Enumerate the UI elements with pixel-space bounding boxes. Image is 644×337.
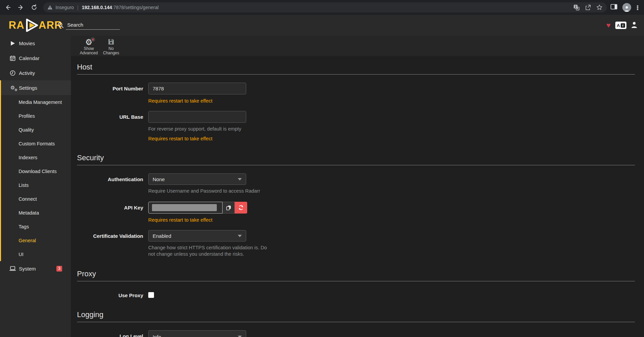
sidebar-item-custom-formats[interactable]: Custom Formats [1,137,71,150]
not-secure-icon[interactable] [47,5,53,10]
url-base-row: URL Base For reverse proxy support, defa… [77,111,635,141]
donate-heart-icon[interactable]: ♥ [607,21,611,29]
settings-nav-group: ⚙⚙ Settings Media Management Profiles Qu… [0,80,71,261]
chevron-down-icon [238,336,242,337]
sidebar-item-media-management[interactable]: Media Management [1,95,71,109]
api-key-label: API Key [77,202,143,210]
show-advanced-button[interactable]: ⚙ ✕ Show Advanced [78,37,100,55]
section-security: Security Authentication None Require Use… [77,153,635,257]
sidebar-item-lists[interactable]: Lists [1,178,71,192]
host-section-title: Host [77,63,635,75]
section-logging: Logging Log Level Info [77,310,635,337]
address-bar[interactable]: Inseguro | 192.168.0.144:7878/settings/g… [43,2,607,12]
certificate-validation-row: Certificate Validation Enabled Change ho… [77,230,635,257]
url-base-label: URL Base [77,111,143,120]
sidebar-item-download-clients[interactable]: Download Clients [1,164,71,178]
url-host: 192.168.0.144 [82,5,112,10]
api-key-row: API Key Requires restart to take eff [77,202,635,223]
port-number-input[interactable] [148,83,246,94]
sidebar: Movies Calendar Activity ⚙⚙ Settings Med… [0,36,71,337]
app-header: RA ARR ♥ A z [0,15,644,36]
radarr-play-icon [24,18,39,33]
gears-icon: ⚙⚙ [9,85,16,91]
share-icon[interactable] [585,4,591,11]
port-number-row: Port Number Requires restart to take eff… [77,83,635,104]
api-key-redacted-value [152,204,217,211]
translate-widget-icon[interactable]: A z [615,22,626,29]
search-input[interactable] [66,21,120,30]
sidebar-item-quality[interactable]: Quality [1,123,71,137]
sidebar-item-indexers[interactable]: Indexers [1,150,71,164]
search-icon [57,22,64,30]
authentication-row: Authentication None Require Username and… [77,173,635,194]
api-key-input[interactable] [148,202,223,214]
save-floppy-icon [107,38,115,46]
sidebar-item-movies[interactable]: Movies [0,36,71,51]
advanced-hidden-badge-icon: ✕ [91,37,95,42]
page-toolbar: ⚙ ✕ Show Advanced No Changes [71,36,644,56]
side-panel-icon[interactable] [610,3,618,11]
chevron-down-icon [238,235,242,237]
authentication-label: Authentication [77,173,143,182]
translate-page-icon[interactable] [573,4,580,11]
authentication-select[interactable]: None [148,173,246,185]
logo-text-left: RA [9,19,25,31]
sidebar-item-system[interactable]: System 3 [0,261,71,276]
system-count-badge: 3 [56,266,62,272]
use-proxy-row: Use Proxy [77,289,635,298]
bookmark-star-icon[interactable] [596,4,603,11]
forward-icon[interactable] [15,2,26,13]
browser-toolbar: Inseguro | 192.168.0.144:7878/settings/g… [0,0,644,15]
copy-api-key-button[interactable] [223,202,235,214]
url-path: :7878/settings/general [112,5,159,10]
chevron-down-icon [238,178,242,180]
no-changes-button[interactable]: No Changes [100,37,122,55]
settings-general-page: Host Port Number Requires restart to tak… [71,56,644,337]
sidebar-item-tags[interactable]: Tags [1,220,71,233]
user-icon[interactable] [630,21,638,30]
url-base-input[interactable] [148,111,246,123]
use-proxy-checkbox[interactable] [148,292,154,298]
section-host: Host Port Number Requires restart to tak… [77,63,635,141]
regenerate-api-key-button[interactable] [235,202,247,214]
port-restart-warning: Requires restart to take effect [148,98,263,104]
security-label: Inseguro [55,5,74,10]
authentication-help: Require Username and Password to access … [148,188,270,194]
section-proxy: Proxy Use Proxy [77,270,635,298]
sidebar-item-calendar[interactable]: Calendar [0,51,71,65]
log-level-label: Log Level [77,330,143,337]
url-base-restart-warning: Requires restart to take effect [148,136,263,141]
sidebar-item-metadata[interactable]: Metadata [1,206,71,220]
calendar-icon [9,55,16,61]
laptop-icon [9,266,16,271]
sidebar-item-ui[interactable]: UI [1,247,71,261]
sidebar-item-activity[interactable]: Activity [0,65,71,80]
sidebar-item-connect[interactable]: Connect [1,192,71,206]
profile-avatar[interactable] [622,3,631,12]
log-level-select[interactable]: Info [148,330,246,337]
certificate-validation-help: Change how strict HTTPS certification va… [148,245,273,257]
play-icon [9,41,16,46]
certificate-validation-select[interactable]: Enabled [148,230,246,242]
back-icon[interactable] [2,2,13,13]
sidebar-item-general[interactable]: General [1,233,71,247]
use-proxy-label: Use Proxy [77,289,143,298]
clock-icon [9,70,16,76]
sidebar-item-settings[interactable]: ⚙⚙ Settings [1,80,71,95]
log-level-row: Log Level Info [77,330,635,337]
sidebar-item-profiles[interactable]: Profiles [1,109,71,123]
url-separator: | [77,5,79,10]
refresh-icon [238,205,244,210]
logging-section-title: Logging [77,310,635,322]
proxy-section-title: Proxy [77,270,635,281]
copy-icon [226,205,231,210]
api-key-restart-warning: Requires restart to take effect [148,217,263,223]
port-number-label: Port Number [77,83,143,91]
security-section-title: Security [77,153,635,165]
reload-icon[interactable] [29,2,40,13]
certificate-validation-label: Certificate Validation [77,230,143,239]
browser-menu-icon[interactable]: ••• [636,5,639,10]
url-base-help: For reverse proxy support, default is em… [148,126,260,132]
